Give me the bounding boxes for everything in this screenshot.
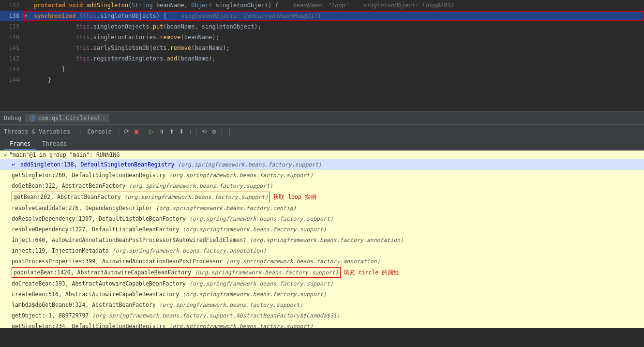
code-content-144: } xyxy=(34,75,644,85)
bug-icon xyxy=(29,115,36,121)
toolbar-sep-2 xyxy=(144,128,144,136)
frame-text-13: lambda$doGetBean$0:324, AbstractBeanFact… xyxy=(12,302,303,308)
frame-method-0: addSingleton:138, DefaultSingletonBeanRe… xyxy=(20,161,178,168)
frame-text-11: doCreateBean:593, AbstractAutowireCapabl… xyxy=(12,280,333,287)
frame-annotation-10: 填充 circle 的属性 xyxy=(344,268,399,277)
frame-text-8: inject:119, InjectionMetadata (org.sprin… xyxy=(12,247,266,254)
code-content-141: this.earlySingletonObjects.remove(beanNa… xyxy=(34,43,644,53)
code-line-137: 137 protected void addSingleton(String b… xyxy=(0,0,644,11)
pause-button[interactable]: ⏸ xyxy=(157,127,166,136)
thread-check-icon: ✔ xyxy=(4,151,7,158)
debug-tab-close[interactable]: × xyxy=(103,116,105,121)
frame-text-9: postProcessProperties:399, AutowiredAnno… xyxy=(12,258,380,265)
code-content-142: this.registeredSingletons.add(beanName); xyxy=(34,53,644,64)
stack-frame-7[interactable]: inject:640, AutowiredAnnotationBeanPostP… xyxy=(0,235,644,245)
code-line-140: 140 this.singletonFactories.remove(beanN… xyxy=(0,32,644,43)
frame-text-15: getSingleton:234, DefaultSingletonBeanRe… xyxy=(12,323,313,328)
stack-frame-15[interactable]: getSingleton:234, DefaultSingletonBeanRe… xyxy=(0,321,644,328)
sub-tabs: Frames Threads xyxy=(0,138,644,151)
step-into-button[interactable]: ⬇ xyxy=(177,127,186,136)
debug-tab[interactable]: com.qsl.CircleTest × xyxy=(25,114,109,122)
stack-frame-10[interactable]: populateBean:1420, AbstractAutowireCapab… xyxy=(0,267,644,278)
frame-box-3: getBean:202, AbstractBeanFactory (org.sp… xyxy=(12,192,270,202)
frame-package-0: (org.springframework.beans.factory.suppo… xyxy=(178,161,322,168)
stack-frame-0[interactable]: ↩ addSingleton:138, DefaultSingletonBean… xyxy=(0,159,644,170)
debug-title: Debug xyxy=(4,115,21,121)
toolbar-sep-4 xyxy=(221,128,222,136)
code-content-139: this.singletonObjects.put(beanName, sing… xyxy=(34,21,644,32)
frames-tab[interactable]: Frames xyxy=(4,138,36,150)
code-content-140: this.singletonFactories.remove(beanName)… xyxy=(34,32,644,43)
stack-container[interactable]: ✔ "main"@1 in group "main": RUNNING ↩ ad… xyxy=(0,151,644,328)
stack-frame-14[interactable]: getObject:-1, 889729797 (org.springframe… xyxy=(0,310,644,321)
thread-header: ✔ "main"@1 in group "main": RUNNING xyxy=(0,151,644,159)
threads-tab[interactable]: Threads xyxy=(36,138,73,150)
line-number-139: 139 xyxy=(0,21,24,32)
line-number-141: 141 xyxy=(0,43,24,53)
code-line-139: 139 this.singletonObjects.put(beanName, … xyxy=(0,21,644,32)
toolbar-sep-3 xyxy=(196,128,197,136)
code-line-142: 142 this.registeredSingletons.add(beanNa… xyxy=(0,53,644,64)
code-line-138: 138 ▾ synchronized (this.singletonObject… xyxy=(0,11,644,21)
reset-frame-button[interactable]: ⟲ xyxy=(200,127,209,136)
line-number-138: 138 xyxy=(0,11,24,21)
debug-toolbar: Threads & Variables | Console ⟳ ◼ ▷ ⏸ ⬆ … xyxy=(0,125,644,138)
stop-button[interactable]: ◼ xyxy=(132,127,141,136)
frame-text-14: getObject:-1, 889729797 (org.springframe… xyxy=(12,312,340,319)
frame-text-2: doGetBean:322, AbstractBeanFactory (org.… xyxy=(12,182,273,189)
stack-frame-6[interactable]: resolveDependency:1227, DefaultListableB… xyxy=(0,224,644,235)
line-number-137: 137 xyxy=(0,0,24,11)
line-number-142: 142 xyxy=(0,53,24,64)
frame-text-6: resolveDependency:1227, DefaultListableB… xyxy=(12,226,327,233)
code-line-144: 144 } xyxy=(0,75,644,85)
code-line-141: 141 this.earlySingletonObjects.remove(be… xyxy=(0,43,644,53)
stack-frame-1[interactable]: getSingleton:260, DefaultSingletonBeanRe… xyxy=(0,170,644,181)
step-over-button[interactable]: ⬆ xyxy=(167,127,176,136)
rerun-button[interactable]: ⟳ xyxy=(122,127,131,136)
stack-frame-3[interactable]: getBean:202, AbstractBeanFactory (org.sp… xyxy=(0,191,644,203)
stack-frame-9[interactable]: postProcessProperties:399, AutowiredAnno… xyxy=(0,256,644,267)
code-content-143: } xyxy=(34,64,644,75)
stack-frame-12[interactable]: createBean:516, AbstractAutowireCapableB… xyxy=(0,289,644,300)
code-content-137: protected void addSingleton(String beanN… xyxy=(34,0,644,11)
toolbar-sep-1 xyxy=(119,128,119,136)
line-number-144: 144 xyxy=(0,75,24,85)
frame-text-7: inject:640, AutowiredAnnotationBeanPostP… xyxy=(12,237,404,243)
line-number-143: 143 xyxy=(0,64,24,75)
code-editor: 137 protected void addSingleton(String b… xyxy=(0,0,644,111)
stack-frame-5[interactable]: doResolveDependency:1307, DefaultListabl… xyxy=(0,213,644,224)
frame-box-10: populateBean:1420, AbstractAutowireCapab… xyxy=(12,267,341,278)
frame-text-1: getSingleton:260, DefaultSingletonBeanRe… xyxy=(12,172,313,179)
stack-frame-8[interactable]: inject:119, InjectionMetadata (org.sprin… xyxy=(0,245,644,256)
line-arrow-138: ▾ xyxy=(24,11,34,21)
mute-breakpoints-button[interactable]: ⊘ xyxy=(210,127,218,136)
stack-frame-13[interactable]: lambda$doGetBean$0:324, AbstractBeanFact… xyxy=(0,300,644,310)
stack-frame-2[interactable]: doGetBean:322, AbstractBeanFactory (org.… xyxy=(0,181,644,191)
stack-frame-11[interactable]: doCreateBean:593, AbstractAutowireCapabl… xyxy=(0,278,644,289)
more-button[interactable]: ⋮ xyxy=(225,127,234,136)
step-out-button[interactable]: ↑ xyxy=(187,127,194,136)
resume-button[interactable]: ▷ xyxy=(147,127,156,136)
code-content-138: synchronized (this.singletonObjects) { s… xyxy=(34,11,644,21)
debug-tab-label: com.qsl.CircleTest xyxy=(38,115,101,121)
stack-frame-4[interactable]: resolveCandidate:276, DependencyDescript… xyxy=(0,203,644,213)
frame-annotation-3: 获取 loop 实例 xyxy=(273,192,316,202)
frame-text-12: createBean:516, AbstractAutowireCapableB… xyxy=(12,291,327,298)
threads-variables-label: Threads & Variables xyxy=(4,128,70,135)
debug-header: Debug com.qsl.CircleTest × xyxy=(0,112,644,125)
frame-text-4: resolveCandidate:276, DependencyDescript… xyxy=(12,205,297,211)
console-label: Console xyxy=(88,128,112,135)
debug-panel: Debug com.qsl.CircleTest × Threads & Var… xyxy=(0,111,644,328)
active-frame-icon: ↩ xyxy=(12,161,15,168)
line-number-140: 140 xyxy=(0,32,24,43)
frame-text-5: doResolveDependency:1307, DefaultListabl… xyxy=(12,215,333,222)
code-line-143: 143 } xyxy=(0,64,644,75)
thread-name: "main"@1 in group "main": RUNNING xyxy=(9,151,120,158)
